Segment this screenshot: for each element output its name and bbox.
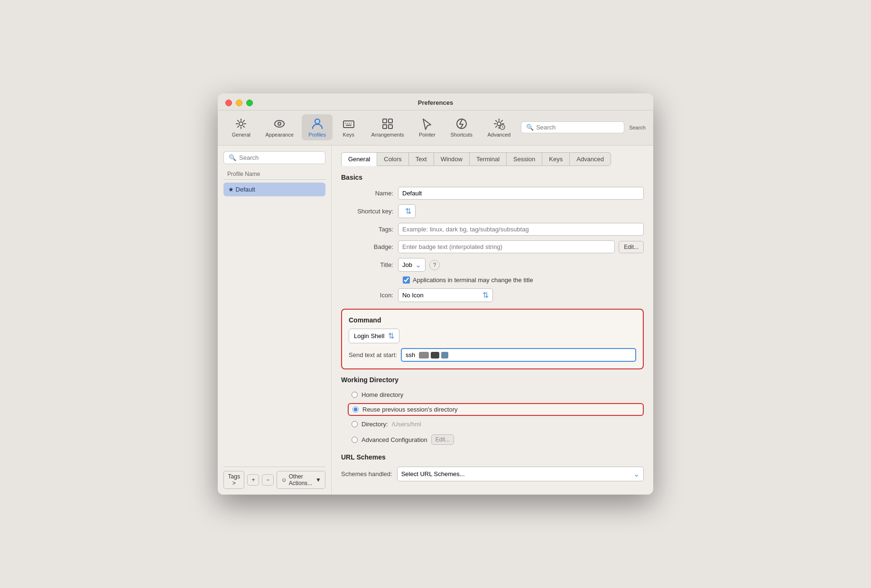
toolbar-item-advanced[interactable]: Advanced — [481, 114, 517, 140]
toolbar-item-profiles[interactable]: Profiles — [302, 114, 332, 140]
minimize-button[interactable] — [236, 100, 242, 106]
url-schemes-title: URL Schemes — [341, 453, 644, 461]
toolbar-search-box[interactable]: 🔍 — [521, 121, 624, 133]
toolbar-item-advanced-label: Advanced — [487, 132, 510, 138]
icon-arrow-icon: ⇅ — [482, 291, 489, 300]
badge-control: Edit... — [398, 240, 644, 253]
radio-reuse-row: Reuse previous session's directory — [348, 403, 644, 416]
maximize-button[interactable] — [246, 100, 253, 106]
schemes-select-value: Select URL Schemes... — [401, 470, 465, 478]
other-actions-chevron-icon: ▼ — [315, 477, 321, 483]
working-directory-section: Working Directory Home directory Reuse p… — [341, 376, 644, 447]
gear-icon — [234, 117, 248, 130]
svg-point-0 — [239, 122, 243, 126]
advanced-config-edit-button[interactable]: Edit... — [431, 434, 454, 445]
badge-label: Badge: — [341, 243, 398, 250]
icon-select-value: No Icon — [402, 292, 424, 299]
toolbar-item-general[interactable]: General — [225, 114, 257, 140]
toolbar-item-arrangements-label: Arrangements — [371, 132, 404, 138]
toolbar-item-keys[interactable]: Keys — [334, 114, 363, 140]
tags-button[interactable]: Tags > — [223, 471, 244, 489]
svg-point-3 — [315, 119, 320, 124]
tags-input[interactable] — [398, 223, 644, 236]
radio-reuse-label: Reuse previous session's directory — [362, 406, 457, 413]
toolbar-item-appearance[interactable]: Appearance — [259, 114, 300, 140]
sidebar-search-input[interactable] — [239, 154, 320, 161]
arrangements-icon — [381, 117, 394, 130]
toolbar: General Appearance Profiles — [218, 110, 653, 146]
shortcut-arrow-icon: ⇅ — [405, 207, 411, 216]
tabs: General Colors Text Window Terminal Sess… — [341, 152, 644, 166]
other-actions-button[interactable]: ☺ Other Actions... ▼ — [277, 471, 325, 489]
tags-row: Tags: — [341, 223, 644, 236]
svg-point-2 — [278, 122, 281, 125]
title-checkbox[interactable] — [403, 276, 410, 284]
icon-row: Icon: No Icon ⇅ — [341, 288, 644, 302]
add-profile-button[interactable]: + — [247, 474, 259, 486]
command-title: Command — [349, 316, 636, 324]
window-title: Preferences — [225, 99, 646, 106]
shortcut-control: ⇅ — [398, 204, 644, 218]
toolbar-item-profiles-label: Profiles — [308, 132, 326, 138]
profile-item-label: ★ Default — [228, 186, 255, 193]
login-shell-arrow-icon: ⇅ — [388, 331, 394, 340]
svg-rect-11 — [389, 119, 392, 123]
toolbar-item-pointer[interactable]: Pointer — [412, 114, 442, 140]
radio-directory[interactable] — [352, 421, 358, 427]
preferences-window: Preferences General Appearance Profi — [218, 93, 653, 495]
url-schemes-section: URL Schemes Schemes handled: Select URL … — [341, 453, 644, 481]
svg-rect-12 — [383, 125, 387, 129]
sidebar-search-icon: 🔍 — [229, 154, 236, 161]
toolbar-item-shortcuts[interactable]: Shortcuts — [444, 114, 479, 140]
login-shell-select[interactable]: Login Shell ⇅ — [349, 329, 399, 343]
shortcut-select[interactable]: ⇅ — [398, 204, 416, 218]
tab-window[interactable]: Window — [434, 152, 469, 166]
badge-input[interactable] — [398, 240, 615, 253]
radio-directory-row: Directory: — [348, 419, 644, 430]
title-bar: Preferences — [218, 93, 653, 110]
name-input[interactable] — [398, 187, 644, 200]
title-help-button[interactable]: ? — [429, 260, 440, 270]
title-select-value: Job — [402, 261, 412, 268]
tags-control — [398, 223, 644, 236]
tab-keys[interactable]: Keys — [542, 152, 569, 166]
sidebar-search-box[interactable]: 🔍 — [223, 151, 325, 164]
radio-home[interactable] — [352, 392, 358, 398]
basics-title: Basics — [341, 174, 644, 181]
name-row: Name: — [341, 187, 644, 200]
radio-advanced-config[interactable] — [352, 437, 358, 443]
toolbar-search-input[interactable] — [536, 124, 619, 131]
tags-label: Tags: — [341, 226, 398, 233]
tab-advanced[interactable]: Advanced — [569, 152, 611, 166]
schemes-select[interactable]: Select URL Schemes... ⌄ — [397, 467, 644, 481]
badge-row: Badge: Edit... — [341, 240, 644, 253]
tab-text[interactable]: Text — [408, 152, 434, 166]
login-shell-label: Login Shell — [354, 332, 384, 340]
toolbar-item-arrangements[interactable]: Arrangements — [365, 114, 410, 140]
tab-colors[interactable]: Colors — [377, 152, 408, 166]
directory-input[interactable] — [392, 421, 472, 428]
profile-item-default[interactable]: ★ Default — [223, 183, 325, 196]
send-text-input[interactable]: ssh — [401, 348, 636, 362]
tab-session[interactable]: Session — [506, 152, 542, 166]
send-text-label: Send text at start: — [349, 351, 397, 358]
icon-select[interactable]: No Icon ⇅ — [398, 288, 493, 302]
tab-terminal[interactable]: Terminal — [469, 152, 506, 166]
basics-section: Basics Name: Shortcut key: ⇅ — [341, 174, 644, 302]
remove-profile-button[interactable]: − — [262, 474, 274, 486]
send-text-prefix: ssh — [406, 351, 415, 358]
working-directory-title: Working Directory — [341, 376, 644, 384]
title-select[interactable]: Job ⌄ — [398, 258, 426, 272]
tab-general[interactable]: General — [341, 152, 377, 166]
svg-rect-13 — [389, 125, 392, 129]
close-button[interactable] — [225, 100, 232, 106]
toolbar-search-label: Search — [629, 125, 646, 130]
person-icon — [311, 117, 324, 130]
badge-edit-button[interactable]: Edit... — [619, 241, 644, 253]
schemes-label: Schemes handled: — [341, 470, 392, 478]
name-label: Name: — [341, 190, 398, 197]
toolbar-item-shortcuts-label: Shortcuts — [450, 132, 472, 138]
radio-reuse[interactable] — [352, 406, 359, 413]
schemes-arrow-icon: ⌄ — [633, 469, 639, 478]
sidebar-footer: Tags > + − ☺ Other Actions... ▼ — [223, 467, 325, 489]
